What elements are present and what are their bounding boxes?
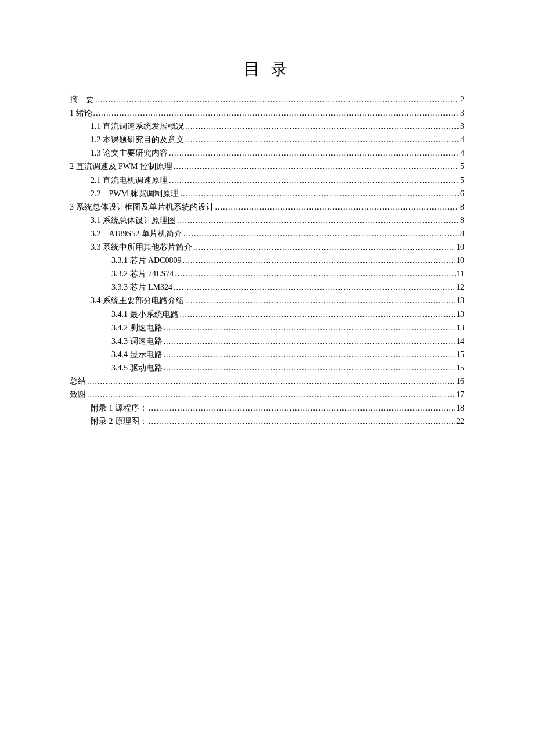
toc-page-number: 3 (460, 106, 464, 120)
toc-leader-dots (93, 106, 460, 120)
toc-label: 3.4.5 驱动电路 (111, 361, 163, 375)
toc-label: 3.4.2 测速电路 (111, 321, 163, 334)
toc-page-number: 17 (456, 388, 464, 401)
toc-entry: 3.3.2 芯片 74LS74 11 (70, 267, 464, 280)
toc-entry: 1.3 论文主要研究内容4 (70, 146, 464, 160)
toc-leader-dots (193, 240, 455, 254)
toc-leader-dots (164, 348, 456, 361)
toc-label: 3.3.2 芯片 74LS74 (111, 267, 174, 280)
toc-page-number: 8 (460, 200, 464, 214)
toc-label: 3.2 AT89S52 单片机简介 (91, 227, 182, 240)
toc-leader-dots (169, 146, 459, 160)
toc-page-number: 13 (456, 308, 464, 321)
toc-entry: 摘 要2 (70, 93, 464, 106)
toc-label: 3.4.1 最小系统电路 (111, 308, 179, 321)
toc-entry: 3.2 AT89S52 单片机简介 8 (70, 227, 464, 240)
toc-entry: 总结16 (70, 375, 464, 388)
toc-label: 3.3.1 芯片 ADC0809 (111, 254, 182, 267)
toc-leader-dots (183, 254, 455, 267)
toc-label: 致谢 (70, 388, 86, 401)
toc-page-number: 14 (456, 334, 464, 348)
toc-leader-dots (95, 93, 459, 106)
toc-leader-dots (177, 214, 459, 227)
toc-label: 3.4 系统主要部分电路介绍 (91, 294, 184, 307)
toc-leader-dots (87, 388, 455, 401)
table-of-contents: 摘 要21 绪论31.1 直流调速系统发展概况31.2 本课题研究目的及意义41… (70, 93, 464, 428)
toc-entry: 附录 2 原理图：22 (70, 415, 464, 428)
toc-entry: 3.4.1 最小系统电路13 (70, 308, 464, 321)
toc-label: 总结 (70, 375, 86, 388)
toc-leader-dots (174, 160, 459, 173)
toc-label: 3.3 系统中所用其他芯片简介 (91, 240, 192, 254)
toc-entry: 3 系统总体设计框图及单片机系统的设计8 (70, 200, 464, 214)
toc-label: 1.1 直流调速系统发展概况 (91, 120, 184, 133)
toc-entry: 2 直流调速及 PWM 控制原理5 (70, 160, 464, 173)
toc-label: 1.2 本课题研究目的及意义 (91, 133, 184, 146)
toc-entry: 2.1 直流电机调速原理5 (70, 174, 464, 187)
toc-label: 附录 1 源程序： (91, 401, 147, 415)
toc-leader-dots (174, 280, 455, 294)
toc-entry: 致谢17 (70, 388, 464, 401)
toc-leader-dots (149, 401, 455, 415)
toc-entry: 3.4.4 显示电路15 (70, 348, 464, 361)
toc-label: 3.1 系统总体设计原理图 (91, 214, 176, 227)
toc-label: 摘 要 (70, 93, 94, 106)
toc-leader-dots (169, 174, 459, 187)
toc-label: 3 系统总体设计框图及单片机系统的设计 (70, 200, 214, 214)
toc-page-number: 15 (456, 348, 464, 361)
toc-page-number: 13 (456, 321, 464, 334)
toc-page-number: 4 (460, 133, 464, 146)
toc-page-number: 11 (457, 267, 464, 280)
toc-entry: 3.3 系统中所用其他芯片简介10 (70, 240, 464, 254)
toc-page-number: 6 (460, 187, 464, 200)
toc-label: 3.3.3 芯片 LM324 (111, 280, 172, 294)
toc-label: 2.2 PWM 脉宽调制原理 (91, 187, 179, 200)
toc-label: 1.3 论文主要研究内容 (91, 146, 168, 160)
toc-page-number: 8 (460, 227, 464, 240)
toc-entry: 3.3.3 芯片 LM32412 (70, 280, 464, 294)
toc-page-number: 2 (460, 93, 464, 106)
toc-page-number: 22 (456, 415, 464, 428)
toc-leader-dots (149, 415, 455, 428)
toc-leader-dots (183, 227, 459, 240)
toc-label: 2 直流调速及 PWM 控制原理 (70, 160, 172, 173)
toc-entry: 1.2 本课题研究目的及意义4 (70, 133, 464, 146)
toc-leader-dots (87, 375, 455, 388)
toc-entry: 3.1 系统总体设计原理图8 (70, 214, 464, 227)
toc-entry: 3.4 系统主要部分电路介绍13 (70, 294, 464, 307)
toc-entry: 3.4.3 调速电路14 (70, 334, 464, 348)
toc-page-number: 10 (456, 240, 464, 254)
toc-leader-dots (185, 133, 459, 146)
toc-leader-dots (164, 361, 456, 375)
toc-leader-dots (215, 200, 460, 214)
toc-entry: 1 绪论3 (70, 106, 464, 120)
toc-label: 3.4.3 调速电路 (111, 334, 163, 348)
toc-leader-dots (180, 308, 456, 321)
toc-leader-dots (164, 321, 456, 334)
toc-leader-dots (164, 334, 456, 348)
toc-leader-dots (180, 187, 459, 200)
toc-entry: 1.1 直流调速系统发展概况3 (70, 120, 464, 133)
toc-label: 1 绪论 (70, 106, 92, 120)
toc-leader-dots (185, 294, 455, 307)
toc-entry: 2.2 PWM 脉宽调制原理6 (70, 187, 464, 200)
toc-page-number: 16 (456, 375, 464, 388)
toc-page-number: 5 (460, 174, 464, 187)
toc-label: 3.4.4 显示电路 (111, 348, 163, 361)
toc-page-number: 8 (460, 214, 464, 227)
toc-page-number: 4 (460, 146, 464, 160)
toc-label: 附录 2 原理图： (91, 415, 147, 428)
toc-page-number: 15 (456, 361, 464, 375)
toc-page-number: 12 (456, 280, 464, 294)
toc-leader-dots (185, 120, 459, 133)
toc-page-number: 10 (456, 254, 464, 267)
toc-page-number: 5 (460, 160, 464, 173)
toc-page-number: 3 (460, 120, 464, 133)
toc-entry: 3.4.2 测速电路13 (70, 321, 464, 334)
page-title: 目 录 (70, 58, 464, 80)
toc-page-number: 18 (456, 401, 464, 415)
toc-page-number: 13 (456, 294, 464, 307)
toc-entry: 3.4.5 驱动电路15 (70, 361, 464, 375)
toc-label: 2.1 直流电机调速原理 (91, 174, 168, 187)
toc-leader-dots (175, 267, 455, 280)
